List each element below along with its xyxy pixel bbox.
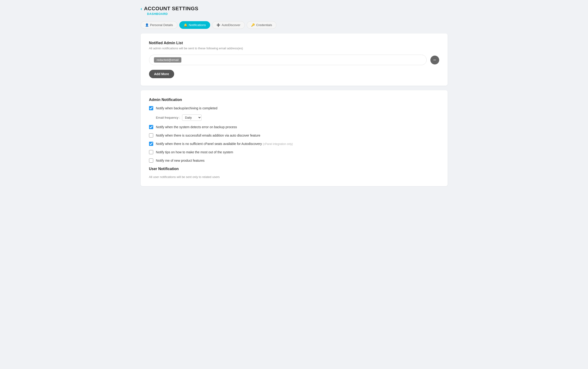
page-title: ACCOUNT SETTINGS <box>144 6 198 12</box>
email-tag: redacted@email <box>154 57 182 62</box>
checkbox-backup-complete[interactable] <box>149 106 153 110</box>
checkbox-backup-complete-label: Notify when backup/archiving is complete… <box>156 106 218 110</box>
admin-notification-card: Admin Notification Notify when backup/ar… <box>141 90 448 186</box>
person-icon: 👤 <box>145 23 149 27</box>
checkbox-row-backup-error: Notify when the system detects error on … <box>149 125 439 129</box>
tab-credentials[interactable]: 🔑 Credentials <box>247 21 277 29</box>
tab-bar: 👤 Personal Details 🔔 Notifications ➕ Aut… <box>141 21 448 29</box>
checkbox-auto-discover-label: Notify when there is successfull emails … <box>156 133 260 137</box>
checkbox-tips[interactable] <box>149 150 153 154</box>
email-frequency-label: Email frequency : <box>156 116 180 119</box>
add-more-button[interactable]: Add More <box>149 70 174 78</box>
user-notification-title: User Notification <box>149 167 439 171</box>
user-notification-section: User Notification All user notifications… <box>149 167 439 179</box>
cpanel-note: (cPanel integration only) <box>263 142 293 146</box>
checkbox-tips-label: Notify tips on how to make the most out … <box>156 150 233 154</box>
notified-admin-list-title: Notified Admin List <box>149 41 439 45</box>
tab-personal-details-label: Personal Details <box>150 23 173 27</box>
admin-notification-title: Admin Notification <box>149 98 439 102</box>
checkbox-new-features-label: Notify me of new product features <box>156 159 205 162</box>
checkbox-row-auto-discover: Notify when there is successfull emails … <box>149 133 439 137</box>
checkbox-row-backup-complete: Notify when backup/archiving is complete… <box>149 106 439 110</box>
tab-autodiscover[interactable]: ➕ AutoDiscover <box>212 21 245 29</box>
tab-credentials-label: Credentials <box>256 23 272 27</box>
notified-admin-list-subtitle: All admin notifications will be sent to … <box>149 47 439 50</box>
checkbox-cpanel-seats-label: Notify when there is no sufficient cPane… <box>156 142 293 146</box>
checkbox-backup-error-label: Notify when the system detects error on … <box>156 125 237 129</box>
email-frequency-row: Email frequency : Daily Weekly Monthly <box>156 114 439 121</box>
back-icon[interactable]: ‹ <box>141 6 142 11</box>
checkbox-row-cpanel-seats: Notify when there is no sufficient cPane… <box>149 142 439 146</box>
checkbox-row-new-features: Notify me of new product features <box>149 158 439 163</box>
checkbox-backup-error[interactable] <box>149 125 153 129</box>
notified-admin-list-card: Notified Admin List All admin notificati… <box>141 33 448 86</box>
email-row: redacted@email − <box>149 55 439 65</box>
tab-notifications-label: Notifications <box>189 23 206 27</box>
remove-email-button[interactable]: − <box>430 56 439 64</box>
user-notification-subtitle: All user notifications will be sent only… <box>149 175 439 179</box>
checkbox-cpanel-seats[interactable] <box>149 142 153 146</box>
checkbox-auto-discover[interactable] <box>149 133 153 137</box>
tab-personal-details[interactable]: 👤 Personal Details <box>141 21 177 29</box>
plus-icon: ➕ <box>217 23 220 27</box>
tab-notifications[interactable]: 🔔 Notifications <box>179 21 210 29</box>
checkbox-new-features[interactable] <box>149 158 153 163</box>
dashboard-link[interactable]: DASHBOARD <box>147 12 168 16</box>
page-header: ‹ ACCOUNT SETTINGS DASHBOARD <box>141 6 448 16</box>
email-input-wrapper: redacted@email <box>149 55 427 65</box>
bell-icon: 🔔 <box>184 23 187 27</box>
email-frequency-select[interactable]: Daily Weekly Monthly <box>182 114 202 121</box>
checkbox-row-tips: Notify tips on how to make the most out … <box>149 150 439 154</box>
tab-autodiscover-label: AutoDiscover <box>222 23 240 27</box>
key-icon: 🔑 <box>251 23 255 27</box>
